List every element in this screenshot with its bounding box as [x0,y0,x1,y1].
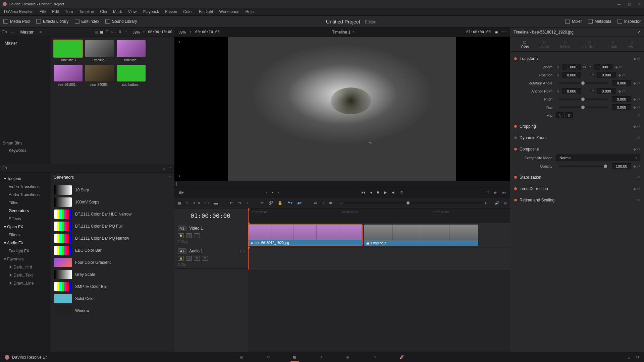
timeline-timecode[interactable]: 01:00:00:00 [174,208,248,223]
link-icon[interactable]: ⚯ [583,65,586,69]
bypass-icon[interactable]: ◉ [495,30,498,34]
go-start-icon[interactable]: ⏮ [361,190,365,195]
fx-options-icon[interactable]: ⋯ [169,166,172,170]
pitch-slider[interactable] [558,99,608,100]
color-page-tab[interactable]: ◉ [346,355,350,359]
out-icon[interactable]: ⏭ [494,190,497,195]
inspector-tab-file[interactable]: ▢File [628,40,634,48]
menu-trim[interactable]: Trim [62,9,76,15]
cropping-header[interactable]: Cropping◆ ↺ [514,122,640,131]
minimize-button[interactable]: — [617,2,621,6]
transform-header[interactable]: Transform◆ ↺ [514,54,640,63]
selection-tool-icon[interactable]: ↖ [186,201,189,205]
metadata-button[interactable]: Metadata [588,19,611,24]
media-page-tab[interactable]: ▣ [240,355,243,359]
list-view-icon[interactable]: ▤ [95,30,98,34]
snapping-icon[interactable]: ⧉ [314,201,317,205]
fx-tree-favorites[interactable]: ▾ Favorites [0,255,50,263]
stop-icon[interactable]: ■ [377,190,379,195]
dynamic-zoom-header[interactable]: Dynamic Zoom↺ [514,133,640,142]
generator-ebu-color-bar[interactable]: EBU Color Bar [52,244,172,256]
flag-icon[interactable]: ⚑▾ [287,201,292,205]
fusion-page-tab[interactable]: ✦ [320,355,323,359]
razor-icon[interactable]: ✂ [261,201,264,205]
replace-clip-icon[interactable]: ⊓ [246,201,249,205]
close-button[interactable]: ✕ [637,2,641,6]
menu-workspace[interactable]: Workspace [217,9,242,15]
prev-edit-icon[interactable]: ‹ [266,190,267,194]
thumb-timeline-2[interactable]: Timeline 2 [85,40,114,62]
marker-icon[interactable]: ◆▾ [297,201,302,205]
thumb-view-icon[interactable]: ▦ [100,30,103,34]
menu-davinci-resolve[interactable]: DaVinci Resolve [1,9,36,15]
in-icon[interactable]: ⏮ [502,190,506,195]
generator-grey-scale[interactable]: Grey Scale [52,268,172,281]
menu-mark[interactable]: Mark [110,9,125,15]
flip-v-button[interactable]: ⇵ [565,112,573,118]
timeline-view-icon[interactable]: ▦ [178,201,181,205]
trim-tool-icon[interactable]: ⇤⇥ [194,201,200,205]
lock-icon[interactable]: 🔒 [278,201,282,205]
generator-bt-2111-color-bar-pq-narrow[interactable]: BT.2111 Color Bar PQ Narrow [52,232,172,244]
audio-track-lane[interactable] [248,247,510,270]
home-icon[interactable]: ⌂ [628,355,630,359]
thumb-timeline-1[interactable]: Timeline 1 [117,40,146,62]
menu-fusion[interactable]: Fusion [162,9,180,15]
fx-tree-titles[interactable]: Titles [0,199,50,207]
thumb-bear-34006-[interactable]: bear-34006... [85,65,114,86]
flip-h-button[interactable]: ⇋ [556,112,564,118]
viewer-scrubber[interactable] [174,181,510,187]
fx-tree-dark-hird[interactable]: ★ Dark...hird [0,263,50,271]
overwrite-clip-icon[interactable]: ⊐ [238,201,241,205]
loop-icon[interactable]: ↻ [400,190,404,195]
mixer-icon[interactable]: ⎚ [504,201,506,205]
generator-100mv-steps[interactable]: 100mV Steps [52,196,172,208]
rotation-slider[interactable] [558,82,608,84]
fx-tree-effects[interactable]: Effects [0,215,50,223]
zoom-x-input[interactable]: 1.000 [562,64,581,70]
lens-header[interactable]: Lens Correction◆ ↺ [514,184,640,193]
opacity-input[interactable]: 100.00 [612,163,631,169]
inspector-tab-image[interactable]: ▢Image [608,40,617,48]
project-settings-icon[interactable]: ⚙ [636,355,639,359]
insert-clip-icon[interactable]: ⊏ [230,201,233,205]
mixer-button[interactable]: Mixer [565,19,582,24]
step-back-icon[interactable]: ◂ [370,190,372,195]
go-end-icon[interactable]: ⏭ [391,190,395,195]
maximize-button[interactable]: ▢ [627,2,631,6]
viewer[interactable]: ⇥ ⇥ ↖ [174,37,510,181]
fx-tree-audio-transitions[interactable]: Audio Transitions [0,191,50,199]
yaw-input[interactable]: 0.000 [612,104,631,110]
media-pool-button[interactable]: Media Pool [3,19,30,24]
anchor-x-input[interactable]: 0.000 [562,88,581,94]
fx-tree-open-fx[interactable]: ▾ Open FX [0,223,50,231]
pitch-input[interactable]: 0.000 [612,96,631,102]
fx-tree-toolbox[interactable]: ▾ Toolbox [0,175,50,183]
generator-window[interactable]: Window [52,305,172,317]
generator-10-step[interactable]: 10 Step [52,184,172,196]
clip-bee[interactable]: ◈ bee-5618012_1920.jpg [248,225,362,246]
generator-bt-2111-color-bar-pq-full[interactable]: BT.2111 Color Bar PQ Full [52,220,172,232]
clip-timeline2[interactable]: ▣ Timeline 2 [364,225,478,246]
pos-x-input[interactable]: 0.000 [562,72,581,78]
bin-zoom[interactable]: 39% [132,30,140,34]
blade-tool-icon[interactable]: ▬ [214,201,218,205]
bin-tree-master[interactable]: Master [3,40,47,47]
fx-tree-filters[interactable]: Filters [0,231,50,239]
search-icon[interactable]: ⌕ ▾ [111,30,116,34]
sort-icon[interactable]: ⇅ [118,30,121,34]
viewer-timeline-name[interactable]: Timeline 1 [332,30,351,35]
edit-page-tab[interactable]: ⊞ [293,355,296,359]
link-icon[interactable]: 🔗 [268,201,273,205]
dynamic-trim-icon[interactable]: ⟷ [204,201,210,205]
fx-tree-audio-fx[interactable]: ▾ Audio FX [0,239,50,247]
fx-view-icon[interactable]: ☰▾ [2,166,7,170]
fx-tree-dark-text[interactable]: ★ Dark...Text [0,271,50,279]
inspector-tab-transition[interactable]: ▢Transition [582,40,596,48]
edit-index-button[interactable]: Edit Index [75,19,99,24]
bin-view-icon[interactable]: ☰▾ [2,30,7,34]
sound-library-button[interactable]: Sound Library [105,19,137,24]
fx-tree-generators[interactable]: Generators [0,207,50,215]
inspector-button[interactable]: Inspector [618,19,641,24]
zoom-in-icon[interactable]: ⊕ [329,201,332,205]
